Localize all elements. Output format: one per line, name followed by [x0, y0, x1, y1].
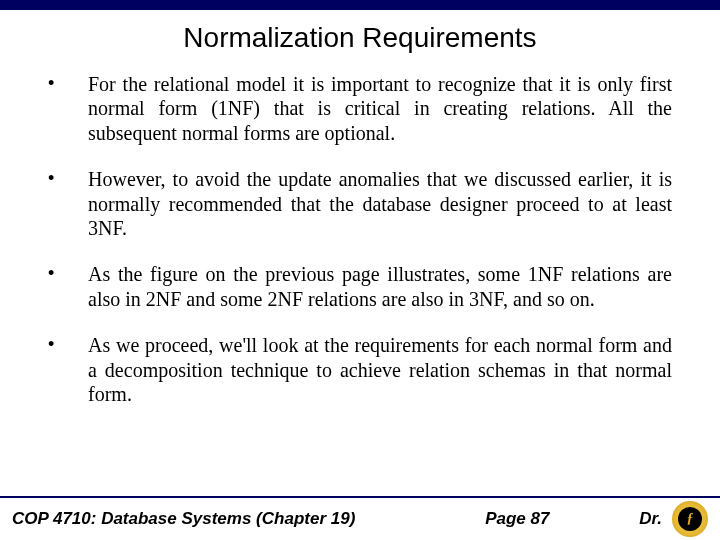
- bullet-text: As we proceed, we'll look at the require…: [88, 333, 672, 406]
- bullet-item: • As we proceed, we'll look at the requi…: [48, 333, 672, 406]
- bullet-text: As the figure on the previous page illus…: [88, 262, 672, 311]
- bullet-text: For the relational model it is important…: [88, 72, 672, 145]
- top-border-bar: [0, 0, 720, 10]
- footer-page: Page 87: [355, 509, 639, 529]
- ucf-logo-icon: ƒ: [672, 501, 708, 537]
- bullet-marker: •: [48, 72, 88, 145]
- bullet-marker: •: [48, 262, 88, 311]
- slide-title: Normalization Requirements: [0, 22, 720, 54]
- slide-body: • For the relational model it is importa…: [0, 62, 720, 540]
- bullet-item: • As the figure on the previous page ill…: [48, 262, 672, 311]
- footer-author-label: Dr.: [639, 509, 662, 529]
- bullet-text: However, to avoid the update anomalies t…: [88, 167, 672, 240]
- footer-right: Dr. ƒ: [639, 501, 708, 537]
- bullet-marker: •: [48, 333, 88, 406]
- footer-course: COP 4710: Database Systems (Chapter 19): [12, 509, 355, 529]
- bullet-item: • For the relational model it is importa…: [48, 72, 672, 145]
- footer-bar: COP 4710: Database Systems (Chapter 19) …: [0, 498, 720, 540]
- bullet-marker: •: [48, 167, 88, 240]
- logo-glyph: ƒ: [672, 501, 708, 537]
- bullet-item: • However, to avoid the update anomalies…: [48, 167, 672, 240]
- slide-footer: COP 4710: Database Systems (Chapter 19) …: [0, 496, 720, 540]
- slide: Normalization Requirements • For the rel…: [0, 0, 720, 540]
